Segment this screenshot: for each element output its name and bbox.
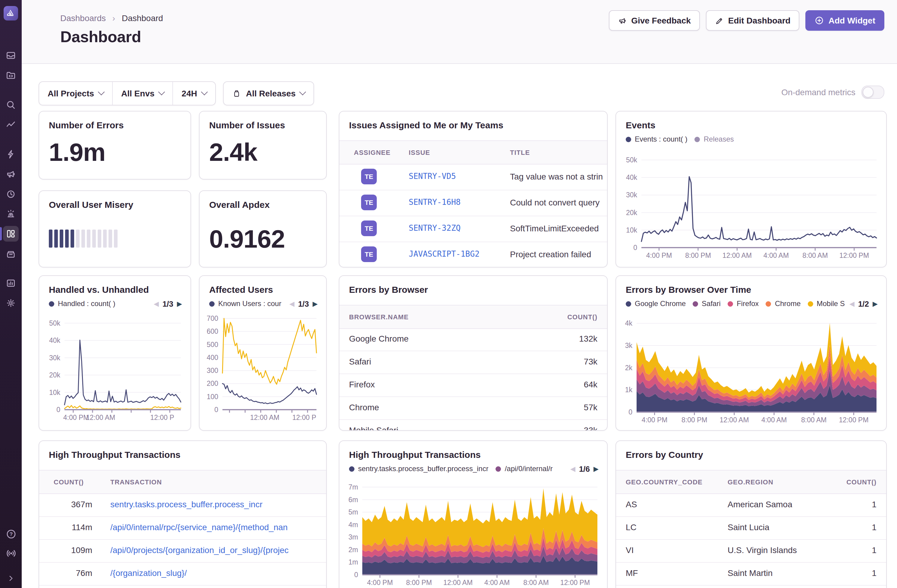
handled-chart[interactable]: 010k20k30k40k50k4:00 PM12:00 AM12:00 P [41, 311, 186, 423]
col-count[interactable]: COUNT() [846, 470, 877, 493]
widget-apdex[interactable]: Overall Apdex 0.9162 [199, 190, 327, 267]
legend-item[interactable]: Known Users : cour [209, 299, 281, 308]
legend-item[interactable]: Chrome [766, 299, 801, 308]
transaction-link[interactable]: sentry.tasks.process_buffer.process_incr [110, 499, 323, 509]
col-region[interactable]: GEO.REGION [728, 470, 773, 493]
events-chart[interactable]: 010k20k30k40k50k4:00 PM8:00 PM12:00 AM4:… [618, 148, 881, 261]
col-country-code[interactable]: GEO.COUNTRY_CODE [626, 470, 703, 493]
prev-page-icon[interactable]: ◀ [154, 300, 159, 307]
table-row[interactable]: Google Chrome132k [339, 328, 607, 351]
table-row[interactable]: ASAmerican Samoa1 [616, 493, 886, 517]
legend-item[interactable]: Firefox [728, 299, 759, 308]
legend-pagination[interactable]: ◀1/6▶ [570, 464, 599, 473]
nav-issues-inbox-icon[interactable] [0, 47, 22, 64]
widget-affected-users[interactable]: Affected Users Known Users : cour ◀1/3▶ … [199, 275, 327, 431]
transaction-link[interactable]: /api/0/projects/{organization_id_or_slug… [110, 545, 323, 555]
widget-user-misery[interactable]: Overall User Misery [38, 190, 191, 267]
nav-traces-zigzag-icon[interactable] [0, 116, 22, 133]
widget-high-throughput-table[interactable]: High Throughput Transactions COUNT() TRA… [38, 440, 327, 588]
col-assignee[interactable]: ASSIGNEE [354, 141, 390, 164]
throughput-chart[interactable]: 01m2m3m4m5m6m7m4:00 PM8:00 PM12:00 AM4:0… [342, 475, 602, 588]
assignee-avatar[interactable]: TE [361, 169, 377, 184]
widget-number-of-issues[interactable]: Number of Issues 2.4k [199, 111, 327, 180]
legend-item[interactable]: Mobile S [807, 299, 845, 308]
widget-issues-assigned[interactable]: Issues Assigned to Me or My Teams ASSIGN… [339, 111, 608, 267]
nav-replays-clock-icon[interactable] [0, 186, 22, 202]
help-icon[interactable]: ? [0, 525, 22, 542]
breadcrumb-parent[interactable]: Dashboards [60, 13, 106, 23]
table-row[interactable]: 109m/api/0/projects/{organization_id_or_… [39, 539, 326, 563]
environments-filter[interactable]: All Envs [112, 82, 173, 105]
issue-link[interactable]: SENTRY-16H8 [409, 198, 461, 207]
legend-pagination[interactable]: ◀1/3▶ [289, 299, 318, 308]
legend-item[interactable]: /api/0/internal/r [496, 464, 553, 473]
issue-link[interactable]: SENTRY-VD5 [409, 172, 456, 181]
transaction-link[interactable]: /api/0/internal/rpc/{service_name}/{meth… [110, 522, 323, 532]
table-row[interactable]: Mobile Safari33k [339, 419, 607, 431]
table-row[interactable]: TE SENTRY-VD5 Tag value was not a strin [339, 164, 607, 190]
next-page-icon[interactable]: ▶ [594, 466, 599, 472]
legend-pagination[interactable]: ◀1/2▶ [850, 299, 878, 308]
widget-high-throughput-chart[interactable]: High Throughput Transactions sentry.task… [339, 440, 608, 588]
widget-number-of-errors[interactable]: Number of Errors 1.9m [38, 111, 191, 180]
table-row[interactable]: LCSaint Lucia1 [616, 516, 886, 540]
widget-events[interactable]: Events Events : count( ) Releases 010k20… [615, 111, 887, 267]
col-count[interactable]: COUNT() [567, 305, 597, 328]
nav-lightning-icon[interactable] [0, 146, 22, 163]
releases-filter[interactable]: All Releases [223, 82, 314, 105]
table-row[interactable]: TE SENTRY-16H8 Could not convert query [339, 190, 607, 216]
table-row[interactable]: Firefox64k [339, 374, 607, 397]
legend-item[interactable]: Handled : count( ) [49, 299, 115, 308]
table-row[interactable]: 114m/api/0/internal/rpc/{service_name}/{… [39, 516, 326, 540]
issue-link[interactable]: JAVASCRIPT-1BG2 [409, 249, 479, 258]
nav-settings-gear-icon[interactable] [0, 295, 22, 312]
widget-handled-vs-unhandled[interactable]: Handled vs. Unhandled Handled : count( )… [38, 275, 191, 431]
nav-alerts-siren-icon[interactable] [0, 205, 22, 222]
on-demand-metrics-toggle[interactable] [862, 86, 884, 99]
sentry-logo[interactable] [4, 6, 18, 20]
affected-users-chart[interactable]: 010020030040050060070012:00 AM12:00 P [202, 311, 321, 423]
legend-item[interactable]: Safari [693, 299, 720, 308]
assignee-avatar[interactable]: TE [361, 220, 377, 236]
legend-item[interactable]: Google Chrome [626, 299, 686, 308]
col-count[interactable]: COUNT() [54, 470, 84, 493]
table-row[interactable]: Safari73k [339, 351, 607, 374]
issue-link[interactable]: SENTRY-32ZQ [409, 223, 461, 232]
sidebar-expand-chevron-icon[interactable] [0, 570, 22, 587]
date-range-filter[interactable]: 24H [173, 82, 215, 105]
legend-item[interactable]: Events : count( ) [626, 135, 687, 144]
col-issue[interactable]: ISSUE [409, 141, 430, 164]
legend-item[interactable]: Releases [695, 135, 734, 144]
prev-page-icon[interactable]: ◀ [850, 300, 854, 307]
widget-errors-by-browser[interactable]: Errors by Browser BROWSER.NAME COUNT() G… [339, 275, 608, 431]
table-row[interactable]: 367msentry.tasks.process_buffer.process_… [39, 493, 326, 517]
give-feedback-button[interactable]: Give Feedback [609, 10, 700, 31]
next-page-icon[interactable]: ▶ [873, 300, 878, 307]
widget-errors-by-browser-over-time[interactable]: Errors by Browser Over Time Google Chrom… [615, 275, 887, 431]
nav-projects-folder-icon[interactable] [0, 67, 22, 84]
nav-stats-chart-icon[interactable] [0, 275, 22, 292]
table-row[interactable]: TE SENTRY-32ZQ SoftTimeLimitExceeded [339, 216, 607, 242]
table-row[interactable]: TE JAVASCRIPT-1BG2 Project creation fail… [339, 241, 607, 267]
nav-feedback-megaphone-icon[interactable] [0, 166, 22, 183]
nav-releases-archive-icon[interactable] [0, 246, 22, 263]
nav-dashboards-icon[interactable] [0, 225, 22, 242]
col-transaction[interactable]: TRANSACTION [110, 470, 162, 493]
nav-search-icon[interactable] [0, 96, 22, 113]
prev-page-icon[interactable]: ◀ [570, 466, 576, 472]
legend-pagination[interactable]: ◀1/3▶ [154, 299, 182, 308]
browser-over-time-chart[interactable]: 01k2k3k4k4:00 PM8:00 PM12:00 AM4:00 AM8:… [618, 311, 881, 425]
table-row[interactable]: 76m/{organization_slug}/ [39, 562, 326, 586]
prev-page-icon[interactable]: ◀ [289, 300, 294, 307]
next-page-icon[interactable]: ▶ [177, 300, 182, 307]
legend-item[interactable]: sentry.tasks.process_buffer.process_incr [349, 464, 488, 473]
next-page-icon[interactable]: ▶ [312, 300, 318, 307]
table-row[interactable]: VIU.S. Virgin Islands1 [616, 539, 886, 563]
col-browser-name[interactable]: BROWSER.NAME [349, 305, 409, 328]
broadcast-icon[interactable] [0, 545, 22, 562]
edit-dashboard-button[interactable]: Edit Dashboard [706, 10, 800, 31]
widget-errors-by-country[interactable]: Errors by Country GEO.COUNTRY_CODE GEO.R… [615, 440, 887, 588]
col-title[interactable]: TITLE [510, 141, 530, 164]
assignee-avatar[interactable]: TE [361, 246, 377, 262]
table-row[interactable]: Chrome57k [339, 396, 607, 420]
